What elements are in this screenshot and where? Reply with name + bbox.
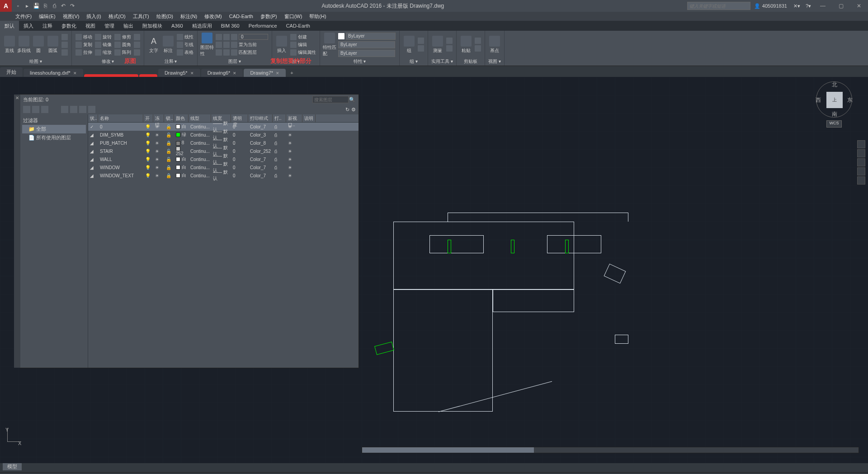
menu-view[interactable]: 视图(V) bbox=[59, 12, 83, 21]
layer-states-icon[interactable] bbox=[61, 106, 68, 113]
status-bar: -7505.9453, 160570.9917, 0.0000 模型 bbox=[0, 472, 868, 474]
basepoint-button[interactable]: 基点 bbox=[488, 36, 501, 54]
panel-layer: 图层特性 0 置为当前 匹配图层 图层 ▾ bbox=[198, 31, 272, 66]
layer-filter-icon[interactable] bbox=[70, 106, 77, 113]
trim-button[interactable]: 修剪 bbox=[113, 33, 132, 41]
current-layer-label: 当前图层: 0 bbox=[23, 96, 48, 103]
model-tab[interactable]: 模型 bbox=[3, 462, 22, 470]
tab-view[interactable]: 视图 bbox=[81, 21, 100, 31]
group-button[interactable]: 组 bbox=[402, 36, 416, 54]
doctab-6[interactable]: Drawing7*✕ bbox=[244, 69, 286, 77]
menu-dimension[interactable]: 标注(N) bbox=[177, 12, 201, 21]
main-area: [-][俯视][二维线框] 北 南 东 西 bbox=[0, 77, 868, 463]
insert-block-button[interactable]: 插入 bbox=[275, 36, 288, 54]
mirror-button[interactable]: 镜像 bbox=[94, 41, 113, 48]
minimize-button[interactable]: — bbox=[814, 0, 832, 12]
match-properties-button[interactable]: 特性匹配 bbox=[323, 33, 336, 57]
exchange-icon[interactable]: ✕▾ bbox=[791, 3, 803, 9]
tab-performance[interactable]: Performance bbox=[244, 21, 282, 31]
circle-button[interactable]: 圆 bbox=[32, 36, 45, 54]
horizontal-scrollbar[interactable] bbox=[362, 447, 859, 453]
tab-cadearth[interactable]: CAD-Earth bbox=[282, 21, 315, 31]
doctab-5[interactable]: Drawing6*✕ bbox=[201, 69, 243, 77]
menu-modify[interactable]: 修改(M) bbox=[201, 12, 226, 21]
new-icon[interactable]: ▫ bbox=[14, 2, 22, 9]
menu-edit[interactable]: 编辑(E) bbox=[35, 12, 59, 21]
tab-addins[interactable]: 附加模块 bbox=[138, 21, 167, 31]
array-button[interactable]: 阵列 bbox=[113, 49, 132, 56]
ribbon-tabs: 默认 插入 注释 参数化 视图 管理 输出 附加模块 A360 精选应用 BIM… bbox=[0, 21, 868, 31]
polyline-button[interactable]: 多段线 bbox=[17, 36, 31, 54]
viewcube[interactable]: 北 南 东 西 上 WCS bbox=[814, 81, 854, 131]
menu-format[interactable]: 格式(O) bbox=[105, 12, 129, 21]
menu-cadearth[interactable]: CAD-Earth bbox=[226, 12, 257, 21]
nav-orbit-icon[interactable] bbox=[857, 167, 865, 175]
maximize-button[interactable]: ▢ bbox=[832, 0, 850, 12]
new-layer-vp-icon[interactable] bbox=[32, 106, 39, 113]
tree-item-all[interactable]: 📁 全部 bbox=[22, 125, 86, 133]
menu-parametric[interactable]: 参数(P) bbox=[257, 12, 281, 21]
nav-pan-icon[interactable] bbox=[857, 149, 865, 157]
scale-button[interactable]: 缩放 bbox=[94, 49, 113, 56]
open-icon[interactable]: ▸ bbox=[24, 2, 31, 9]
close-button[interactable]: ✕ bbox=[850, 0, 868, 12]
dimension-button[interactable]: 标注 bbox=[161, 36, 175, 54]
tab-manage[interactable]: 管理 bbox=[100, 21, 119, 31]
menu-file[interactable]: 文件(F) bbox=[12, 12, 35, 21]
layer-properties-button[interactable]: 图层特性 bbox=[200, 33, 214, 57]
help-search-input[interactable] bbox=[687, 2, 750, 10]
wcs-badge[interactable]: WCS bbox=[826, 120, 842, 128]
redo-icon[interactable]: ↷ bbox=[69, 2, 76, 9]
paste-button[interactable]: 粘贴 bbox=[459, 36, 473, 54]
save-icon[interactable]: 💾 bbox=[33, 2, 40, 9]
nav-wheel-icon[interactable] bbox=[857, 140, 865, 148]
layer-row[interactable]: ◢WINDOW_TEXT💡☀🔒 白Continu...—— 默认0Color_7… bbox=[88, 171, 359, 180]
refresh-icon[interactable]: ↻ bbox=[345, 107, 349, 113]
copy-button[interactable]: 复制 bbox=[75, 41, 93, 48]
doctab-4[interactable]: Drawing5*✕ bbox=[158, 69, 200, 77]
tab-default[interactable]: 默认 bbox=[0, 21, 19, 31]
app-logo[interactable]: A bbox=[0, 0, 12, 12]
delete-layer-icon[interactable] bbox=[41, 106, 48, 113]
tab-output[interactable]: 输出 bbox=[119, 21, 138, 31]
menu-help[interactable]: 帮助(H) bbox=[306, 12, 330, 21]
line-button[interactable]: 直线 bbox=[3, 36, 16, 54]
layer-search-input[interactable] bbox=[312, 96, 349, 103]
search-icon[interactable]: 🔍 bbox=[349, 97, 356, 103]
print-icon[interactable]: ⎙ bbox=[51, 2, 58, 9]
fillet-button[interactable]: 圆角 bbox=[113, 41, 132, 48]
tab-featured[interactable]: 精选应用 bbox=[188, 21, 217, 31]
tab-parametric[interactable]: 参数化 bbox=[57, 21, 81, 31]
move-button[interactable]: 移动 bbox=[75, 33, 93, 41]
saveas-icon[interactable]: ⎘ bbox=[42, 2, 49, 9]
panel-sidebar[interactable]: ✕ bbox=[14, 95, 20, 368]
tab-bim360[interactable]: BIM 360 bbox=[217, 21, 244, 31]
panel-clipboard: 粘贴 剪贴板 bbox=[457, 31, 485, 66]
stretch-button[interactable]: 拉伸 bbox=[75, 49, 93, 56]
doctab-1[interactable]: linesshoufang.dxf*✕ bbox=[24, 69, 83, 77]
tab-annotate[interactable]: 注释 bbox=[38, 21, 57, 31]
tab-insert[interactable]: 插入 bbox=[19, 21, 38, 31]
menu-insert[interactable]: 插入(I) bbox=[83, 12, 104, 21]
doctab-start[interactable]: 开始 bbox=[0, 67, 23, 77]
arc-button[interactable]: 圆弧 bbox=[46, 36, 60, 54]
new-tab-button[interactable]: + bbox=[287, 69, 297, 77]
help-icon[interactable]: ?▾ bbox=[803, 3, 814, 9]
rotate-button[interactable]: 旋转 bbox=[94, 33, 113, 41]
nav-showmotion-icon[interactable] bbox=[857, 176, 865, 185]
tree-item-used[interactable]: 📄 所有使用的图层 bbox=[22, 133, 86, 142]
settings-icon[interactable]: ⚙ bbox=[351, 107, 356, 113]
text-button[interactable]: A文字 bbox=[147, 36, 160, 54]
new-layer-icon[interactable] bbox=[23, 106, 30, 113]
tab-a360[interactable]: A360 bbox=[167, 21, 188, 31]
menu-draw[interactable]: 绘图(D) bbox=[153, 12, 177, 21]
panel-utilities: 测量 实用工具 ▾ bbox=[428, 31, 457, 66]
measure-button[interactable]: 测量 bbox=[431, 36, 444, 54]
undo-icon[interactable]: ↶ bbox=[60, 2, 67, 9]
user-account[interactable]: 👤 405091831 bbox=[750, 3, 791, 9]
nav-zoom-icon[interactable] bbox=[857, 158, 865, 166]
navigation-bar bbox=[857, 140, 866, 185]
floor-plan bbox=[393, 213, 646, 412]
menu-tools[interactable]: 工具(T) bbox=[129, 12, 153, 21]
menu-window[interactable]: 窗口(W) bbox=[281, 12, 306, 21]
